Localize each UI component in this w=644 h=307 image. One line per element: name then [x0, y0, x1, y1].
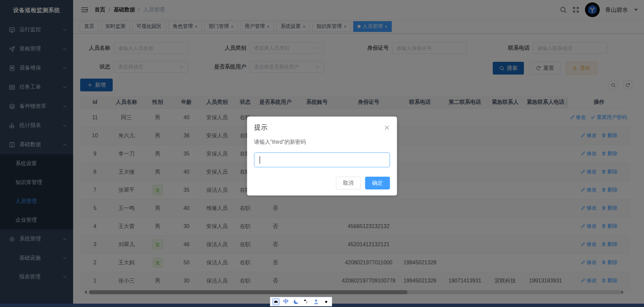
dialog-message: 请输入"third"的新密码	[254, 139, 390, 146]
settings-icon[interactable]	[323, 298, 330, 305]
dialog-title: 提示	[254, 123, 268, 132]
text-caret	[260, 156, 260, 164]
bottom-toolbar: 中	[270, 297, 332, 306]
chinese-lang-icon[interactable]: 中	[282, 298, 289, 305]
pinyin-icon[interactable]	[303, 298, 310, 305]
reset-password-dialog: 提示 请输入"third"的新密码 取消 确定	[247, 117, 397, 195]
new-password-input[interactable]	[254, 152, 390, 167]
confirm-button[interactable]: 确定	[365, 177, 390, 189]
gauge-icon[interactable]	[272, 298, 279, 305]
close-icon[interactable]	[384, 125, 390, 131]
cancel-button[interactable]: 取消	[336, 177, 361, 189]
moon-icon[interactable]	[292, 298, 300, 305]
user-icon[interactable]	[313, 298, 320, 305]
